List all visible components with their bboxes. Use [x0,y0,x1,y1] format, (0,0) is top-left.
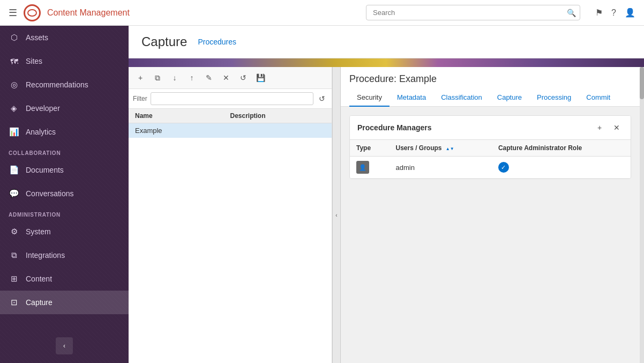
col-role-header: Capture Administrator Role [492,140,631,157]
search-icon[interactable]: 🔍 [567,9,576,17]
item-description [230,127,326,135]
tab-processing[interactable]: Processing [529,89,579,107]
sidebar-item-developer[interactable]: ◈ Developer [0,97,129,120]
user-name-cell: admin [389,157,491,179]
panel-toggle-button[interactable]: ‹ [332,67,341,363]
scrollbar-thumb[interactable] [640,67,644,99]
add-button[interactable]: + [133,70,148,85]
sidebar-item-documents[interactable]: 📄 Documents [0,158,129,182]
filter-row: Filter ↺ [129,89,332,109]
sites-icon: 🗺 [9,56,19,66]
sidebar-item-content[interactable]: ⊞ Content [0,267,129,291]
sidebar-item-integrations[interactable]: ⧉ Integrations [0,243,129,267]
sidebar: ⬡ Assets 🗺 Sites ◎ Recommendations ◈ Dev… [0,26,129,363]
tab-capture[interactable]: Capture [490,89,529,107]
table-row[interactable]: Example [129,123,332,138]
integrations-icon: ⧉ [9,250,19,261]
sidebar-item-label-recommendations: Recommendations [26,80,88,89]
edit-button[interactable]: ✎ [201,70,216,85]
sidebar-item-system[interactable]: ⚙ System [0,220,129,243]
documents-icon: 📄 [9,165,19,175]
flag-icon[interactable]: ⚑ [595,8,603,18]
breadcrumb-link[interactable]: Procedures [198,38,236,46]
detail-scrollbar[interactable] [640,67,644,363]
sidebar-item-label-integrations: Integrations [26,251,65,260]
section-header-actions: + ✕ [593,121,623,134]
managers-table: Type Users / Groups ▲▼ Capture Administr… [350,140,631,179]
top-nav: ☰ Content Management 🔍 ⚑ ? 👤 [0,0,644,26]
oracle-logo [24,4,41,21]
app-title: Content Management [47,8,130,18]
tab-metadata[interactable]: Metadata [390,89,433,107]
sidebar-item-conversations[interactable]: 💬 Conversations [0,182,129,205]
delete-button[interactable]: ✕ [219,70,234,85]
close-manager-button[interactable]: ✕ [610,121,623,134]
capture-icon: ⊡ [9,297,19,308]
section-header: Procedure Managers + ✕ [350,116,631,140]
col-type-header: Type [350,140,389,157]
upload-button[interactable]: ↑ [184,70,199,85]
avatar: 👤 [356,161,369,174]
nav-icons: ⚑ ? 👤 [595,8,635,18]
save-button[interactable]: 💾 [253,70,268,85]
hamburger-icon[interactable]: ☰ [9,7,17,19]
col-desc-header: Description [230,112,326,120]
filter-input[interactable] [151,92,313,105]
collapse-icon: ‹ [63,342,65,350]
procedure-panel: + ⧉ ↓ ↑ ✎ ✕ ↺ 💾 Filter ↺ Name [129,67,332,363]
col-users-groups-header: Users / Groups ▲▼ [389,140,491,157]
sidebar-item-sites[interactable]: 🗺 Sites [0,49,129,73]
refresh-button[interactable]: ↺ [317,93,327,104]
tab-commit[interactable]: Commit [579,89,618,107]
sidebar-item-assets[interactable]: ⬡ Assets [0,26,129,49]
search-bar: 🔍 [366,5,580,20]
content-body: + ⧉ ↓ ↑ ✎ ✕ ↺ 💾 Filter ↺ Name [129,67,644,363]
sidebar-item-capture[interactable]: ⊡ Capture [0,291,129,314]
layout: ⬡ Assets 🗺 Sites ◎ Recommendations ◈ Dev… [0,26,644,363]
user-icon-cell: 👤 [356,161,383,174]
detail-title: Procedure: Example [349,73,631,85]
developer-icon: ◈ [9,103,19,114]
item-name: Example [135,127,230,135]
tab-classification[interactable]: Classification [433,89,490,107]
detail-tabs: Security Metadata Classification Capture… [349,89,631,106]
system-icon: ⚙ [9,226,19,237]
section-title: Procedure Managers [357,123,432,132]
col-name-header: Name [135,112,230,120]
tab-security[interactable]: Security [349,89,390,107]
sidebar-item-label-conversations: Conversations [26,189,74,198]
search-input[interactable] [366,5,580,20]
help-icon[interactable]: ? [611,8,616,18]
detail-content: Procedure Managers + ✕ Type [341,107,640,363]
role-cell: ✓ [492,157,631,179]
detail-header: Procedure: Example Security Metadata Cla… [341,67,640,107]
page-header: Capture Procedures [129,26,644,58]
oracle-logo-inner [27,9,37,17]
procedure-managers-card: Procedure Managers + ✕ Type [349,115,631,179]
restore-button[interactable]: ↺ [236,70,251,85]
download-button[interactable]: ↓ [167,70,182,85]
copy-button[interactable]: ⧉ [150,70,165,85]
sidebar-item-label-assets: Assets [26,33,48,42]
analytics-icon: 📊 [9,127,19,137]
sort-arrows-icon[interactable]: ▲▼ [446,146,454,151]
detail-panel: Procedure: Example Security Metadata Cla… [341,67,640,363]
add-manager-button[interactable]: + [593,121,606,134]
collaboration-section-label: COLLABORATION [0,144,129,158]
recommendations-icon: ◎ [9,79,19,90]
administration-section-label: ADMINISTRATION [0,205,129,220]
type-cell: 👤 [350,157,389,179]
sidebar-item-label-documents: Documents [26,166,64,174]
sidebar-item-label-capture: Capture [26,298,53,307]
user-icon[interactable]: 👤 [625,8,635,18]
sidebar-item-analytics[interactable]: 📊 Analytics [0,120,129,144]
table-row: 👤 admin ✓ [350,157,631,179]
sidebar-item-label-sites: Sites [26,57,42,65]
sidebar-item-label-content: Content [26,275,52,283]
conversations-icon: 💬 [9,188,19,199]
sidebar-item-label-developer: Developer [26,104,60,113]
sidebar-collapse-button[interactable]: ‹ [56,337,73,354]
sidebar-item-recommendations[interactable]: ◎ Recommendations [0,73,129,97]
list-header: Name Description [129,109,332,123]
filter-label: Filter [133,95,147,102]
